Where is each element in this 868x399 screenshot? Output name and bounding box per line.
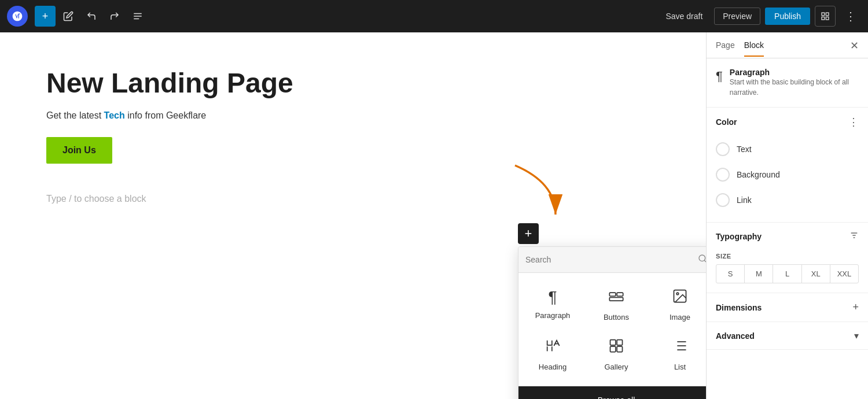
svg-rect-17 [617,340,622,345]
dimensions-section: Dimensions + [707,293,868,322]
color-section: Color ⋮ Text Background Link [707,108,868,223]
link-color-label: Link [737,195,752,205]
svg-point-14 [676,293,679,295]
redo-button[interactable] [104,6,125,27]
wordpress-logo[interactable] [7,6,28,27]
svg-rect-10 [609,293,616,296]
svg-line-9 [704,260,706,262]
heading-icon [545,338,561,358]
typography-section-header[interactable]: Typography [707,223,868,250]
size-s[interactable]: S [716,265,745,283]
advanced-title: Advanced [716,331,755,341]
block-info-icon: ¶ [716,69,723,84]
size-l[interactable]: L [773,265,801,283]
svg-point-8 [699,255,705,261]
svg-rect-5 [826,17,829,20]
add-block-toolbar-button[interactable]: + [35,6,56,27]
publish-button[interactable]: Publish [765,8,810,25]
color-section-title: Color [716,117,737,127]
tab-page[interactable]: Page [716,40,735,57]
preview-button[interactable]: Preview [714,8,760,25]
more-options-button[interactable]: ⋮ [840,6,861,27]
save-draft-button[interactable]: Save draft [659,8,709,24]
add-block-button[interactable]: + [518,223,539,244]
color-option-text[interactable]: Text [716,136,859,162]
block-item-label-heading: Heading [539,363,567,371]
search-icon [698,254,706,265]
main-layout: New Landing Page Get the latest Tech inf… [0,32,868,399]
block-item-label-paragraph: Paragraph [535,311,571,320]
dimensions-title: Dimensions [716,303,762,312]
block-placeholder-text: Type / to choose a block [46,194,660,204]
svg-rect-6 [822,17,825,20]
block-picker-grid: ¶ Paragraph Buttons [518,273,706,386]
text-color-label: Text [737,145,752,154]
block-item-image[interactable]: Image [650,282,706,327]
tab-block[interactable]: Block [744,40,764,57]
block-search-input[interactable] [525,255,693,264]
typography-section-title: Typography [716,232,762,241]
block-search-bar [518,247,706,273]
block-item-gallery[interactable]: Gallery [587,332,646,377]
size-options: S M L XL XXL [716,264,859,283]
block-item-list[interactable]: List [650,332,706,377]
svg-rect-4 [826,13,829,16]
block-item-paragraph[interactable]: ¶ Paragraph [523,282,582,327]
background-color-label: Background [737,170,780,179]
undo-button[interactable] [81,6,102,27]
background-color-circle [716,168,730,182]
dimensions-add-button[interactable]: + [852,301,859,313]
right-sidebar: Page Block ✕ ¶ Paragraph Start with the … [706,32,868,399]
size-label: SIZE [707,250,868,260]
block-item-label-list: List [674,363,686,371]
size-m[interactable]: M [745,265,773,283]
block-item-heading[interactable]: Heading [523,332,582,377]
typography-more-button[interactable] [849,231,859,242]
block-info: ¶ Paragraph Start with the basic buildin… [707,58,868,108]
sidebar-close-button[interactable]: ✕ [850,39,859,58]
block-item-label-image: Image [670,313,690,322]
image-icon [672,288,688,308]
gallery-icon [608,338,624,358]
svg-rect-3 [822,13,825,16]
block-picker-popup: ¶ Paragraph Buttons [518,246,706,399]
size-xl[interactable]: XL [802,265,830,283]
sidebar-tabs: Page Block ✕ [707,32,868,58]
tech-highlight: Tech [104,110,125,120]
toolbar: + Save draft Preview Publish [0,0,868,32]
edit-mode-button[interactable] [58,6,79,27]
advanced-section-header[interactable]: Advanced ▾ [707,322,868,349]
paragraph-icon: ¶ [548,288,557,306]
color-section-body: Text Background Link [707,136,868,222]
page-title: New Landing Page [46,67,660,99]
advanced-section: Advanced ▾ [707,322,868,350]
block-name: Paragraph [730,68,859,77]
color-section-header[interactable]: Color ⋮ [707,108,868,136]
list-icon [672,338,688,358]
editor-area: New Landing Page Get the latest Tech inf… [0,32,706,399]
page-subtitle: Get the latest Tech info from Geekflare [46,110,660,121]
settings-button[interactable] [815,6,836,27]
text-color-circle [716,142,730,156]
color-option-background[interactable]: Background [716,162,859,187]
block-description: Start with the basic building block of a… [730,77,859,98]
buttons-icon [608,288,624,308]
toolbar-right: Save draft Preview Publish ⋮ [659,6,861,27]
browse-all-button[interactable]: Browse all [518,386,706,399]
svg-rect-16 [610,340,616,345]
block-info-text: Paragraph Start with the basic building … [730,68,859,98]
svg-rect-12 [609,297,623,301]
block-item-buttons[interactable]: Buttons [587,282,646,327]
svg-rect-18 [610,346,616,352]
dimensions-section-header[interactable]: Dimensions + [707,293,868,322]
color-option-link[interactable]: Link [716,187,859,213]
size-xxl[interactable]: XXL [830,265,858,283]
color-section-more-button[interactable]: ⋮ [848,116,859,128]
svg-rect-11 [617,293,623,296]
block-item-label-gallery: Gallery [604,363,628,371]
link-color-circle [716,193,730,207]
block-item-label-buttons: Buttons [604,313,629,322]
document-overview-button[interactable] [127,6,148,27]
advanced-chevron-icon: ▾ [854,330,859,341]
join-us-button[interactable]: Join Us [46,137,112,164]
